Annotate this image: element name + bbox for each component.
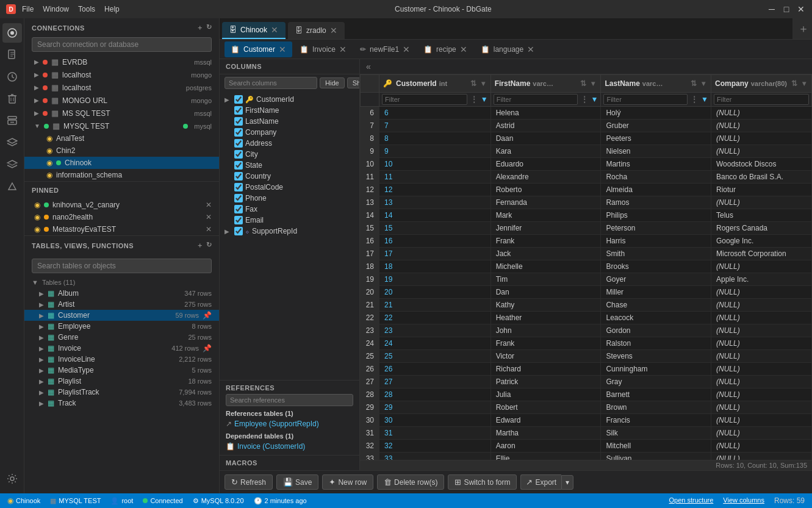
cell-lastname[interactable]: Holý — [601, 107, 711, 120]
table-row[interactable]: 2828JuliaBarnett(NULL) — [361, 388, 812, 401]
col-checkbox-company[interactable] — [234, 128, 243, 137]
table-item-invoice[interactable]: ▶ ▦ Invoice 412 rows 📌 — [24, 343, 219, 354]
table-row[interactable]: 1717JackSmithMicrosoft Corporation — [361, 248, 812, 260]
col-item-company[interactable]: ▶ Company — [220, 127, 359, 138]
menu-tools[interactable]: Tools — [78, 5, 95, 13]
cell-lastname[interactable]: Almeida — [601, 184, 711, 196]
cell-customerid[interactable]: 18 — [379, 260, 491, 273]
history-icon[interactable] — [2, 67, 22, 87]
conn-localhost-mongo[interactable]: ▶ ▦ localhost mongo — [24, 68, 219, 81]
table-row[interactable]: 3333EllieSullivan(NULL) — [361, 453, 812, 460]
table-item-playlisttrack[interactable]: ▶ ▦ PlaylistTrack 7,994 rows — [24, 387, 219, 398]
col-item-state[interactable]: ▶ State — [220, 160, 359, 171]
cell-lastname[interactable]: Peterson — [601, 222, 711, 235]
table-row[interactable]: 2121KathyChase(NULL) — [361, 299, 812, 312]
cell-lastname[interactable]: Francis — [601, 414, 711, 427]
cell-firstname[interactable]: Julia — [490, 388, 601, 401]
cell-customerid[interactable]: 25 — [379, 350, 491, 363]
col-item-city[interactable]: ▶ City — [220, 149, 359, 160]
filter-button[interactable]: ▾ — [589, 79, 597, 88]
cell-firstname[interactable]: Aaron — [490, 440, 601, 453]
hide-button[interactable]: Hide — [320, 77, 345, 88]
unpin-button[interactable]: ✕ — [206, 225, 212, 234]
col-checkbox-firstname[interactable] — [234, 106, 243, 115]
col-checkbox-fax[interactable] — [234, 205, 243, 213]
cell-firstname[interactable]: Frank — [490, 235, 601, 248]
cell-customerid[interactable]: 8 — [379, 132, 491, 145]
cell-customerid[interactable]: 10 — [379, 158, 491, 171]
col-header-firstname[interactable]: FirstName varc… ⇅ ▾ — [490, 75, 601, 93]
add-table-button[interactable]: ＋ — [196, 241, 204, 250]
menu-window[interactable]: Window — [43, 5, 69, 13]
conn-mongo-url[interactable]: ▶ ▦ MONGO URL mongo — [24, 94, 219, 107]
table-row[interactable]: 2626RichardCunningham(NULL) — [361, 363, 812, 376]
menu-file[interactable]: File — [22, 5, 34, 13]
table-item-artist[interactable]: ▶ ▦ Artist 275 rows — [24, 299, 219, 310]
cell-customerid[interactable]: 29 — [379, 401, 491, 414]
cell-company[interactable]: (NULL) — [711, 401, 811, 414]
tab-zradlo[interactable]: 🗄 zradlo ✕ — [288, 22, 345, 39]
cell-firstname[interactable]: Helena — [490, 107, 601, 120]
switch-form-button[interactable]: ⊞ Switch to form — [448, 474, 517, 490]
cell-lastname[interactable]: Harris — [601, 235, 711, 248]
filter-apply-button[interactable]: ▼ — [591, 95, 598, 104]
cell-company[interactable]: (NULL) — [711, 427, 811, 440]
filter-button[interactable]: ▾ — [800, 79, 808, 88]
cell-customerid[interactable]: 27 — [379, 376, 491, 388]
filter-apply-button[interactable]: ▼ — [481, 95, 488, 104]
table-row[interactable]: 99KaraNielsen(NULL) — [361, 145, 812, 158]
col-item-lastname[interactable]: ▶ LastName — [220, 116, 359, 127]
show-button[interactable]: Show — [347, 77, 360, 88]
cell-lastname[interactable]: Mitchell — [601, 440, 711, 453]
cell-lastname[interactable]: Nielsen — [601, 145, 711, 158]
layers2-icon[interactable] — [2, 155, 22, 174]
cell-customerid[interactable]: 11 — [379, 171, 491, 184]
refresh-connections-button[interactable]: ↻ — [206, 23, 212, 32]
cell-customerid[interactable]: 12 — [379, 184, 491, 196]
cell-firstname[interactable]: Jennifer — [490, 222, 601, 235]
cell-company[interactable]: (NULL) — [711, 440, 811, 453]
cell-firstname[interactable]: Michelle — [490, 260, 601, 273]
cell-firstname[interactable]: Tim — [490, 273, 601, 286]
cell-lastname[interactable]: Martins — [601, 158, 711, 171]
cell-firstname[interactable]: Mark — [490, 209, 601, 222]
table-row[interactable]: 1313FernandaRamos(NULL) — [361, 196, 812, 209]
connections-search-input[interactable] — [32, 37, 212, 52]
col-item-customerid[interactable]: ▶ 🔑 CustomerId — [220, 94, 359, 105]
open-structure-link[interactable]: Open structure — [669, 496, 714, 505]
cell-company[interactable]: (NULL) — [711, 376, 811, 388]
cell-customerid[interactable]: 19 — [379, 273, 491, 286]
sort-button[interactable]: ⇅ — [578, 79, 588, 88]
cell-company[interactable]: Microsoft Corporation — [711, 248, 811, 260]
col-checkbox-phone[interactable] — [234, 194, 243, 202]
archive-icon[interactable] — [2, 111, 22, 131]
cell-company[interactable]: Riotur — [711, 184, 811, 196]
new-file-icon[interactable] — [2, 45, 22, 65]
db-chinook[interactable]: ◉ Chinook — [24, 157, 219, 169]
cell-lastname[interactable]: Peeters — [601, 132, 711, 145]
cell-company[interactable]: Rogers Canada — [711, 222, 811, 235]
cell-firstname[interactable]: Robert — [490, 401, 601, 414]
cell-firstname[interactable]: Fernanda — [490, 196, 601, 209]
tab-chinook[interactable]: 🗄 Chinook ✕ — [222, 22, 286, 39]
maximize-button[interactable]: □ — [781, 4, 791, 14]
col-item-email[interactable]: ▶ Email — [220, 215, 359, 226]
cell-customerid[interactable]: 15 — [379, 222, 491, 235]
table-item-track[interactable]: ▶ ▦ Track 3,483 rows — [24, 398, 219, 409]
filter-button[interactable]: ▾ — [700, 79, 707, 88]
data-table-wrapper[interactable]: 🔑 CustomerId int ⇅ ▾ — [360, 74, 812, 460]
table-row[interactable]: 2323JohnGordon(NULL) — [361, 324, 812, 337]
cell-customerid[interactable]: 31 — [379, 427, 491, 440]
cell-company[interactable]: (NULL) — [711, 107, 811, 120]
table-row[interactable]: 2525VictorStevens(NULL) — [361, 350, 812, 363]
minimize-button[interactable]: ─ — [767, 4, 777, 14]
cell-firstname[interactable]: Eduardo — [490, 158, 601, 171]
col-checkbox-state[interactable] — [234, 161, 243, 170]
cell-company[interactable]: (NULL) — [711, 388, 811, 401]
cell-firstname[interactable]: John — [490, 324, 601, 337]
table-row[interactable]: 1515JenniferPetersonRogers Canada — [361, 222, 812, 235]
tab2-customer[interactable]: 📋 Customer ✕ — [225, 41, 292, 57]
cell-company[interactable]: (NULL) — [711, 260, 811, 273]
col-checkbox-city[interactable] — [234, 150, 243, 159]
refresh-tables-button[interactable]: ↻ — [206, 241, 212, 250]
